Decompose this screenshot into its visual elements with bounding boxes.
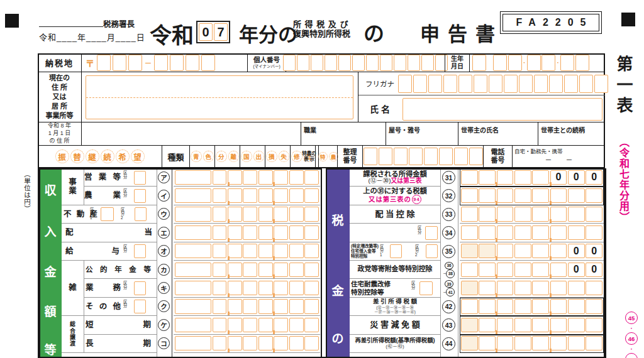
digit-box[interactable] [311, 55, 324, 71]
type-options: 青色分離国出損失修正 [190, 146, 300, 168]
relation-cell[interactable]: 世帯主との続柄 [538, 122, 605, 146]
householder-label: 世帯主の氏名 [461, 127, 499, 134]
householder-cell[interactable]: 世帯主の氏名 [458, 122, 538, 146]
digit-box[interactable] [428, 75, 443, 93]
form-code: FA2205 [509, 17, 592, 28]
digit-box[interactable] [541, 55, 555, 71]
digit-box[interactable] [366, 55, 379, 71]
era-label: 令和 [150, 18, 194, 50]
digit-box[interactable] [338, 55, 352, 71]
special-farmer-stamp[interactable]: 特農 [319, 146, 338, 168]
digit-box[interactable] [113, 55, 126, 71]
digit-box[interactable] [394, 55, 407, 71]
digit-box[interactable] [579, 75, 594, 93]
stamp-char: 振 [55, 149, 69, 163]
digit-box[interactable] [364, 148, 377, 165]
phone-label: 電話 番号 [484, 146, 513, 168]
digit-box[interactable] [325, 55, 338, 71]
digit-box[interactable] [297, 55, 310, 71]
digit-box[interactable] [549, 75, 564, 93]
jan1-address-input[interactable] [82, 122, 301, 146]
type-option-1[interactable]: 青色 [190, 146, 215, 167]
digit-box[interactable] [564, 75, 579, 93]
digit-box[interactable] [408, 55, 421, 71]
digit-box[interactable] [201, 55, 215, 71]
type-option-2[interactable]: 分離 [215, 146, 240, 167]
no-particle: の [364, 17, 384, 47]
trade-name-cell[interactable]: 屋号・雅号 [386, 122, 458, 146]
digit-box[interactable] [575, 55, 589, 71]
digit-box[interactable] [493, 55, 507, 71]
dot-separator: ･ [523, 58, 526, 67]
stamp-char: 続 [101, 149, 114, 163]
form-title: 申告書 [420, 18, 503, 46]
stamp-char: 青 [191, 151, 202, 162]
phone-value: － － [513, 155, 605, 165]
era-box[interactable] [472, 55, 486, 71]
digit-box[interactable] [469, 148, 483, 165]
digit-box[interactable] [352, 55, 365, 71]
name-label: 氏 名 [358, 95, 401, 122]
occupation-cell[interactable]: 職業 [301, 122, 386, 146]
my-number-boxes [286, 53, 445, 72]
address-input[interactable] [86, 75, 353, 119]
digit-box[interactable] [413, 75, 428, 93]
digit-box[interactable] [594, 75, 609, 93]
address-divider [86, 97, 353, 98]
digit-box[interactable] [379, 148, 392, 165]
special-farmer-label: 特農の 表 示 [300, 146, 319, 168]
digit-box[interactable] [409, 148, 423, 165]
phone-cell[interactable]: 自宅・勤務先・携帯 － － [513, 146, 605, 168]
stamp-char: 農 [329, 152, 338, 161]
type-option-4[interactable]: 損失 [265, 146, 291, 167]
tax-office-blank[interactable] [39, 18, 103, 27]
digit-box[interactable] [283, 55, 296, 71]
digit-box[interactable] [519, 75, 533, 93]
tax-type-label: 所 得 税 及 び 復興特別所得税 [293, 20, 350, 39]
stamp-char: 継 [86, 149, 99, 163]
my-number-label: 個人番号 (マイナンバー) [247, 53, 286, 72]
income-block-outline [39, 168, 322, 358]
digit-box[interactable] [170, 55, 184, 71]
postal-code-area: 〒 ー [82, 53, 247, 72]
digit-box[interactable] [154, 55, 168, 71]
tax-block-outline [326, 168, 606, 358]
digit-box[interactable] [380, 55, 393, 71]
digit-box[interactable] [508, 55, 522, 71]
ref-circle: 50 [625, 353, 638, 358]
digit-box[interactable] [439, 148, 453, 165]
ref-separator: ・ [629, 325, 634, 332]
digit-box[interactable] [97, 55, 111, 71]
furigana-label: フリガナ [358, 72, 401, 95]
stamp-char: 損 [266, 151, 277, 162]
digit-box[interactable] [534, 75, 548, 93]
filing-date-line[interactable]: 令和____年____月____日 [39, 31, 145, 43]
digit-box[interactable] [527, 55, 541, 71]
name-input[interactable] [402, 98, 602, 121]
year-digit-box[interactable]: 7 [214, 23, 228, 41]
stamp-char: 失 [279, 151, 290, 162]
corner-mark-left [5, 14, 19, 28]
stamp-char: 特 [318, 152, 328, 161]
digit-box[interactable] [458, 75, 473, 93]
digit-box[interactable] [474, 75, 488, 93]
digit-box[interactable] [128, 55, 142, 71]
digit-box[interactable] [186, 55, 199, 71]
digit-box[interactable] [454, 148, 468, 165]
year-digit-box[interactable]: 0 [199, 23, 213, 41]
digit-box[interactable] [398, 75, 413, 93]
type-option-3[interactable]: 国出 [240, 146, 265, 167]
postal-mark: 〒 [86, 57, 94, 69]
ref-separator: ・ [629, 345, 634, 352]
digit-box[interactable] [489, 75, 503, 93]
stamp-char: 色 [203, 151, 214, 162]
digit-box[interactable] [421, 55, 435, 71]
digit-box[interactable] [424, 148, 438, 165]
tax-return-form-page: 税務署長 令和____年____月____日 令和 0 7 年分の 所 得 税 … [0, 0, 644, 358]
transfer-request[interactable]: 振替継続希望 [38, 146, 162, 168]
digit-box[interactable] [504, 75, 518, 93]
digit-box[interactable] [443, 75, 458, 93]
digit-box[interactable] [394, 148, 408, 165]
ref-circle: 46 [625, 332, 638, 345]
digit-box[interactable] [560, 55, 574, 71]
